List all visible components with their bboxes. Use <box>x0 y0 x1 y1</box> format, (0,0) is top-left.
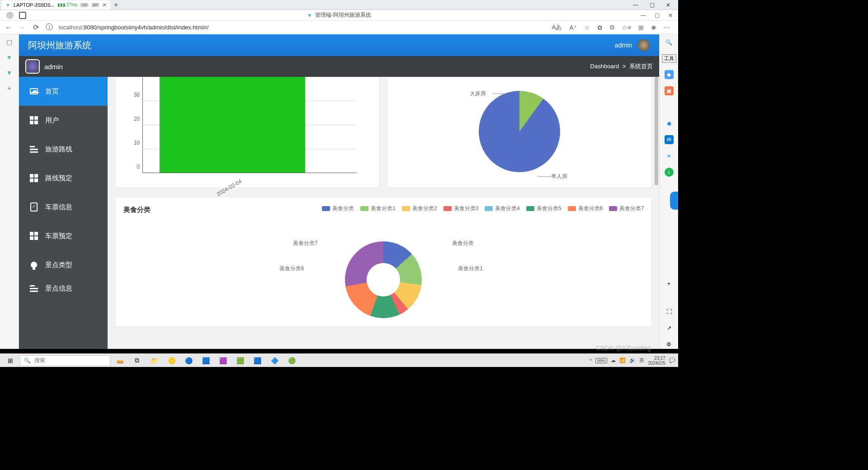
sidebar-item-route-booking[interactable]: 路线预定 <box>19 164 108 193</box>
settings-sidebar-icon[interactable]: ⚙ <box>665 340 674 349</box>
vtab-vue2-icon[interactable]: ▼ <box>5 69 14 77</box>
word-icon[interactable]: 🔷 <box>267 355 282 367</box>
vscode-icon[interactable]: 🟦 <box>198 355 213 367</box>
vtab-box-icon[interactable]: ▢ <box>5 38 14 46</box>
read-aloud-icon[interactable]: A⁺ <box>569 24 576 31</box>
search-sidebar-icon[interactable]: 🔍 <box>665 38 674 47</box>
rss-icon[interactable]: ❀ <box>651 24 656 31</box>
browser-tab[interactable]: ▼ LAPTOP-3S9DS... ▮▮▮ 27ms HD BP ✕ <box>2 0 110 9</box>
pie-label-single: 单人房 <box>551 173 567 180</box>
header-avatar[interactable] <box>637 39 650 52</box>
window-minimize-button[interactable]: — <box>627 0 644 10</box>
menu-icon[interactable]: ⋯ <box>664 24 670 31</box>
bar-segment[interactable] <box>160 77 305 173</box>
screenshot-icon[interactable]: ⛶ <box>665 307 674 316</box>
window-close-button[interactable]: ✕ <box>660 0 676 10</box>
edge-sidebar: 🔍 工具 ◆ ▣ ◉ ✉ ➤ ♪ + ⛶ ↗ ⚙ <box>659 34 678 349</box>
room-pie[interactable] <box>479 91 560 172</box>
sidebar-item-users[interactable]: 用户 <box>19 106 108 135</box>
forward-button[interactable]: → <box>18 24 26 32</box>
shop-icon[interactable]: ▣ <box>665 86 674 95</box>
outlook-icon[interactable]: ✉ <box>665 135 674 144</box>
vue-icon: ▼ <box>5 2 11 8</box>
sidebar-item-ticket-booking[interactable]: 车票预定 <box>19 221 108 250</box>
max2-icon[interactable]: ▢ <box>654 12 660 19</box>
legend-item[interactable]: 美食分类2 <box>402 205 437 212</box>
share-icon[interactable]: ↗ <box>665 324 674 333</box>
food-category-card: 美食分类 美食分类 美食分类1 美食分类2 美食分类3 美食分类4 美食分类5 … <box>115 197 652 327</box>
latency-indicator: ▮▮▮ 27ms <box>57 2 77 7</box>
min2-icon[interactable]: — <box>640 12 646 19</box>
app-subheader: admin Dashboard > 系统首页 <box>19 56 659 77</box>
wechat-icon[interactable]: 🟩 <box>232 355 248 367</box>
scrollbar-thumb[interactable] <box>655 77 658 185</box>
vtab-add-icon[interactable]: + <box>5 84 14 92</box>
header-username[interactable]: admin <box>615 42 632 49</box>
edge-icon[interactable]: 🔵 <box>181 355 196 367</box>
extension1-icon[interactable]: ✿ <box>597 24 603 31</box>
new-tab-button[interactable]: + <box>111 1 120 9</box>
wifi-icon[interactable]: 📶 <box>619 357 626 363</box>
back-button[interactable]: ← <box>5 24 13 32</box>
profile-avatar-icon[interactable] <box>6 12 14 19</box>
url-input[interactable]: localhost:8080/springbootsiiny4vh/admin/… <box>59 24 546 31</box>
sidebar-item-home[interactable]: 首页 <box>19 77 108 106</box>
toolbox-label[interactable]: 工具 <box>662 54 676 63</box>
telegram-icon[interactable]: ➤ <box>665 151 674 160</box>
sidebar-item-routes[interactable]: 旅游路线 <box>19 135 108 164</box>
cloud-icon[interactable]: ☁ <box>611 357 616 363</box>
taskbar-clock[interactable]: 23:27 2024/2/5 <box>648 356 665 366</box>
legend-item[interactable]: 美食分类3 <box>443 205 479 212</box>
battery-indicator[interactable]: 99% <box>595 358 607 363</box>
tag-icon[interactable]: ◆ <box>665 70 674 79</box>
donut-label: 美食分类1 <box>458 265 483 273</box>
legend-item[interactable]: 美食分类4 <box>485 205 520 212</box>
taskbar-search[interactable]: 🔍 搜索 <box>20 355 110 366</box>
ime-indicator[interactable]: 英 <box>639 357 644 364</box>
extensions-icon[interactable]: ⊞ <box>638 24 644 31</box>
favorite-icon[interactable]: ☆ <box>584 24 590 31</box>
hbuilder-icon[interactable]: 🟢 <box>284 355 299 367</box>
idea-icon[interactable]: 🟪 <box>215 355 231 367</box>
add-sidebar-icon[interactable]: + <box>665 279 674 288</box>
tab-close-icon[interactable]: ✕ <box>102 2 107 8</box>
breadcrumb-current: 系统首页 <box>629 63 653 70</box>
legend-item[interactable]: 美食分类 <box>322 205 354 212</box>
donut-label: 美食分类6 <box>279 265 304 273</box>
legend-item[interactable]: 美食分类6 <box>568 205 603 212</box>
favorites-bar-icon[interactable]: ☆≡ <box>622 24 631 31</box>
chrome-icon[interactable]: 🟡 <box>164 355 179 367</box>
notifications-icon[interactable]: 💬 <box>669 357 675 363</box>
sidebar-item-spot-info[interactable]: 景点信息 <box>19 279 108 297</box>
close2-icon[interactable]: ✕ <box>667 12 674 19</box>
search-icon: 🔍 <box>24 357 31 364</box>
legend-item[interactable]: 美食分类1 <box>360 205 396 212</box>
start-button[interactable]: ⊞ <box>3 355 18 367</box>
tray-up-icon[interactable]: ^ <box>590 358 592 363</box>
refresh-button[interactable]: ⟳ <box>32 24 40 32</box>
window-maximize-button[interactable]: ▢ <box>644 0 660 10</box>
copilot-icon[interactable]: ◉ <box>665 119 674 128</box>
task-view-icon[interactable]: ⧉ <box>129 355 145 367</box>
workspace-icon[interactable] <box>19 12 26 19</box>
collections-icon[interactable]: ⧉ <box>610 24 614 31</box>
spotify-icon[interactable]: ♪ <box>665 168 674 177</box>
translate-icon[interactable]: Aあ <box>552 24 562 32</box>
sidebar-item-ticket-info[interactable]: 车票信息 <box>19 193 108 221</box>
legend-item[interactable]: 美食分类7 <box>609 205 644 212</box>
subheader-username: admin <box>44 63 63 70</box>
food-donut-chart[interactable] <box>345 241 422 318</box>
volume-icon[interactable]: 🔊 <box>629 357 636 363</box>
explorer-icon[interactable]: 📁 <box>146 355 162 367</box>
vtab-vue-icon[interactable]: ▼ <box>5 53 14 61</box>
sidebar-item-spot-type[interactable]: 景点类型 <box>19 250 108 279</box>
pie-label-big-bed: 大床房 <box>470 90 486 98</box>
breadcrumb-dashboard[interactable]: Dashboard <box>590 63 619 70</box>
donut-label: 美食分类 <box>452 240 474 247</box>
todo-icon[interactable]: 🟦 <box>250 355 265 367</box>
site-info-icon[interactable]: ⓘ <box>45 24 53 32</box>
legend-item[interactable]: 美食分类5 <box>526 205 561 212</box>
sidebar-pull-handle[interactable] <box>670 192 678 210</box>
taskbar-app-pie[interactable]: 🥧 <box>112 355 127 367</box>
system-tray[interactable]: ^ 99% ☁ 📶 🔊 英 23:27 2024/2/5 💬 <box>590 356 675 366</box>
